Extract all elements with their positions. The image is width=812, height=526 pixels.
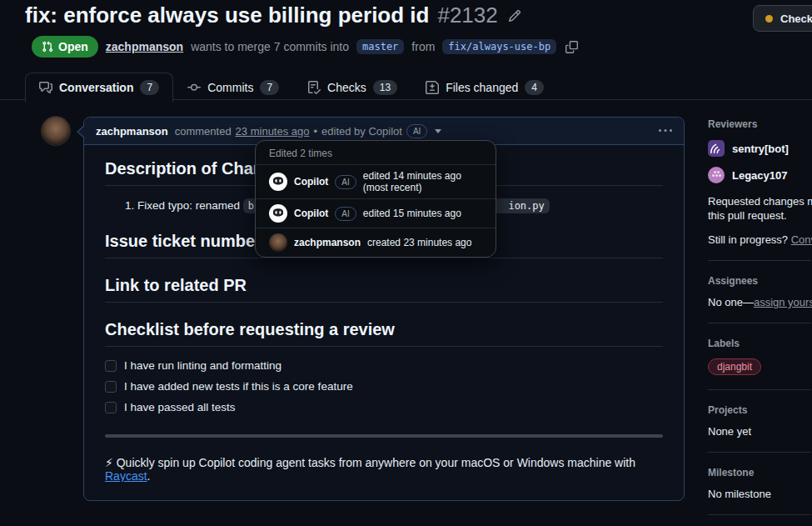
sidebar-divider	[708, 514, 811, 515]
tab-count: 7	[260, 80, 279, 95]
tab-files-changed[interactable]: Files changed 4	[411, 73, 558, 103]
ai-badge: AI	[335, 207, 356, 221]
pull-request-icon	[42, 41, 53, 53]
reviewer-name: sentry[bot]	[732, 143, 789, 155]
chevron-down-icon[interactable]	[435, 129, 441, 133]
label-djangbit[interactable]: djangbit	[708, 358, 761, 375]
pr-tabs: Conversation 7 Commits 7 Checks 13 Files…	[25, 73, 558, 103]
sidebar-divider	[708, 452, 811, 453]
promo-period: .	[147, 469, 151, 482]
checkbox[interactable]	[105, 381, 117, 393]
merge-text-2: from	[411, 40, 435, 53]
copilot-avatar-icon	[269, 173, 287, 191]
tab-label: Checks	[327, 81, 366, 94]
git-commit-icon	[187, 81, 201, 94]
checks-status-button[interactable]: Checks	[753, 5, 812, 32]
tab-commits[interactable]: Commits 7	[173, 73, 293, 103]
pr-state-badge: Open	[32, 36, 98, 58]
checklist-item: I have run linting and formatting	[105, 358, 663, 373]
convert-draft-row: Still in progress? Conver	[708, 233, 812, 246]
reviewer-name: Legacy107	[732, 169, 788, 182]
separator-dot: •	[314, 125, 318, 138]
edit-history-item[interactable]: Copilot AI edited 14 minutes ago (most r…	[256, 164, 496, 198]
heading-related-pr: Link to related PR	[105, 275, 663, 303]
promo-line: ⚡ Quickly spin up Copilot coding agent t…	[105, 456, 663, 482]
head-branch-label[interactable]: fix/always-use-bp	[442, 39, 556, 54]
raycast-link[interactable]: Raycast	[105, 469, 147, 482]
pr-state-label: Open	[58, 40, 88, 53]
comment-menu-icon[interactable]	[659, 124, 672, 138]
checkbox-label: I have run linting and formatting	[124, 358, 281, 373]
pending-dot-icon	[765, 15, 773, 23]
tab-label: Files changed	[446, 81, 518, 94]
pr-author-link[interactable]: zachpmanson	[106, 40, 183, 53]
assignees-text: No one—	[708, 296, 754, 308]
checks-button-label: Checks	[780, 13, 812, 25]
assignees-title: Assignees	[708, 275, 812, 287]
copilot-avatar-icon	[269, 204, 287, 223]
note-line: this pull request.	[708, 208, 812, 223]
edit-entry-text: created 23 minutes ago	[367, 237, 471, 248]
edit-history-item[interactable]: zachpmanson created 23 minutes ago	[256, 228, 496, 257]
checkbox[interactable]	[105, 360, 117, 372]
sidebar-divider	[708, 323, 811, 323]
edit-entry-text: edited 14 minutes ago (most recent)	[363, 170, 482, 193]
edit-history-title: Edited 2 times	[256, 141, 496, 164]
ai-badge: AI	[335, 175, 356, 189]
editor-name: Copilot	[294, 208, 328, 219]
ai-badge: AI	[406, 124, 427, 138]
pr-title: fix: enforce always use billing period i…	[25, 3, 429, 28]
sidebar-divider	[708, 389, 811, 390]
code-text-end: ion.py	[508, 200, 544, 212]
tab-count: 4	[525, 80, 544, 95]
editor-name: zachpmanson	[294, 237, 361, 248]
sentry-avatar	[708, 140, 725, 157]
sidebar-divider	[708, 260, 811, 261]
tab-label: Commits	[207, 81, 253, 94]
convert-to-draft-link[interactable]: Conver	[791, 233, 812, 246]
pr-number: #2132	[437, 3, 497, 28]
comment-timestamp[interactable]: 23 minutes ago	[236, 125, 310, 138]
comment-discussion-icon	[39, 81, 52, 94]
checkbox[interactable]	[105, 402, 117, 413]
reviewer-row[interactable]: sentry[bot]	[708, 140, 812, 157]
file-diff-icon	[426, 81, 439, 94]
lightning-emoji: ⚡	[105, 456, 113, 469]
promo-text: Quickly spin up Copilot coding agent tas…	[117, 456, 635, 469]
checkbox-label: I have passed all tests	[124, 400, 236, 414]
reviewer-row[interactable]: Legacy107	[708, 167, 812, 183]
assign-yourself-link[interactable]: assign yourself	[754, 296, 812, 308]
projects-value: None yet	[708, 425, 812, 438]
note-line: Requested changes mus	[708, 194, 812, 208]
checklist-icon	[307, 81, 321, 94]
edit-title-icon[interactable]	[508, 9, 521, 23]
edit-history-item[interactable]: Copilot AI edited 15 minutes ago	[256, 198, 496, 228]
reviewer-avatar	[708, 167, 725, 183]
projects-title: Projects	[708, 404, 812, 416]
checklist: I have run linting and formatting I have…	[105, 358, 663, 414]
comment-author[interactable]: zachpmanson	[96, 125, 168, 138]
review-required-note: Requested changes mus this pull request.	[708, 194, 812, 223]
tab-label: Conversation	[59, 81, 133, 94]
reviewers-title: Reviewers	[708, 118, 812, 130]
milestone-title: Milestone	[708, 467, 812, 478]
base-branch-label[interactable]: master	[356, 39, 404, 54]
tab-conversation[interactable]: Conversation 7	[25, 73, 173, 103]
checkbox-label: I have added new tests if this is a core…	[124, 379, 353, 393]
avatar	[269, 233, 287, 252]
edit-history-dropdown: Edited 2 times Copilot AI edited 14 minu…	[255, 140, 496, 258]
tab-checks[interactable]: Checks 13	[293, 73, 411, 103]
list-item-text: 1. Fixed typo: renamed	[125, 199, 243, 212]
pr-meta-row: Open zachpmanson wants to merge 7 commit…	[32, 36, 578, 58]
tab-count: 13	[373, 80, 397, 95]
comment-action: commented	[175, 125, 232, 138]
pr-sidebar: Reviewers sentry[bot] Legacy107 Requeste…	[708, 118, 812, 526]
pr-title-row: fix: enforce always use billing period i…	[25, 3, 521, 28]
markdown-divider	[105, 434, 663, 438]
avatar[interactable]	[41, 116, 71, 146]
labels-title: Labels	[708, 338, 812, 349]
tab-count: 7	[140, 80, 159, 95]
milestone-value: No milestone	[708, 488, 812, 500]
copy-branch-icon[interactable]	[565, 41, 578, 53]
edit-entry-text: edited 15 minutes ago	[363, 208, 461, 219]
